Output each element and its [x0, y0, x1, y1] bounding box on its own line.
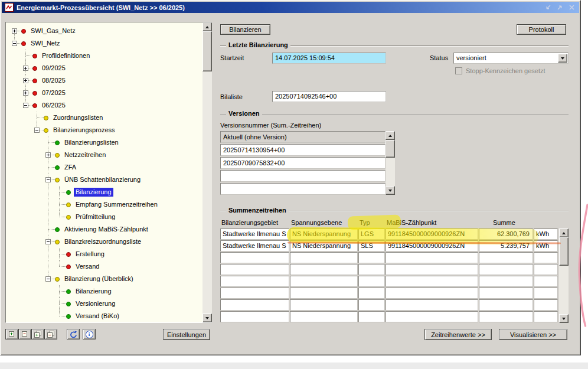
cell-bilanzierungsgebiet[interactable]: [220, 276, 289, 287]
expand-plus-icon[interactable]: [23, 66, 28, 71]
version-list-item[interactable]: 20250714130954+00: [220, 144, 386, 156]
cell-mabis-zaehlpunkt[interactable]: [386, 311, 478, 322]
cell-typ[interactable]: LGS: [358, 228, 385, 240]
cell-bilanzierungsgebiet[interactable]: [220, 299, 289, 311]
cell-spannungsebene[interactable]: NS Niederspannung: [290, 240, 358, 252]
tree-item-label[interactable]: SWI_Netz: [29, 39, 62, 48]
tree-item-aktivierung-mabis-zählpunkt[interactable]: Aktivierung MaBiS-Zählpunkt: [6, 223, 201, 236]
expand-plus-icon[interactable]: [23, 78, 28, 83]
tree-item-label[interactable]: 08/2025: [40, 76, 67, 85]
cell-bilanzierungsgebiet[interactable]: [220, 311, 289, 322]
cell-mabis-zaehlpunkt[interactable]: [386, 252, 478, 263]
visualisieren-button[interactable]: Visualisieren >>: [499, 329, 567, 340]
collapse-minus-icon[interactable]: [12, 41, 17, 46]
cell-spannungsebene[interactable]: NS Niederspannung: [290, 228, 358, 240]
tree-item-label[interactable]: Bilanzkreiszuordnungsliste: [63, 237, 143, 246]
tree-item-07-2025[interactable]: 07/2025: [6, 87, 201, 99]
tree-item-08-2025[interactable]: 08/2025: [6, 74, 201, 87]
einstellungen-button[interactable]: Einstellungen: [163, 329, 210, 340]
refresh-button[interactable]: [67, 329, 80, 339]
startzeit-field[interactable]: 14.07.2025 15:09:54: [272, 53, 386, 64]
info-button[interactable]: i: [83, 329, 96, 339]
tree-item-bilanzkreiszuordnungsliste[interactable]: Bilanzkreiszuordnungsliste: [6, 236, 201, 248]
cell-spannungsebene[interactable]: [290, 252, 358, 263]
cell-spannungsebene[interactable]: [290, 264, 358, 275]
expand-plus-icon[interactable]: [23, 90, 28, 96]
tree-item-label[interactable]: Bilanzierung: [74, 188, 113, 197]
tree-item-label[interactable]: 06/2025: [40, 101, 67, 110]
cell-bilanzierungsgebiet[interactable]: [220, 264, 289, 275]
cell-einheit[interactable]: [534, 252, 558, 263]
maximize-window-icon[interactable]: [556, 4, 563, 11]
tree-item-06-2025[interactable]: 06/2025: [6, 99, 201, 112]
zeitreihenwerte-button[interactable]: Zeitreihenwerte >>: [424, 329, 492, 340]
cell-bilanzierungsgebiet[interactable]: [220, 288, 289, 299]
tree-item-label[interactable]: ZFA: [63, 163, 78, 172]
tree-item-prüfmitteilung[interactable]: Prüfmitteilung: [6, 211, 201, 223]
versions-scrollbar[interactable]: [386, 131, 395, 195]
tree-item-label[interactable]: Bilanzierungsprozess: [51, 126, 117, 135]
tree-item-label[interactable]: Erstellung: [74, 250, 106, 259]
protokoll-button[interactable]: Protokoll: [517, 24, 566, 35]
restore-window-icon[interactable]: [544, 4, 551, 11]
cell-typ[interactable]: [358, 276, 385, 287]
scroll-up-icon[interactable]: [559, 228, 569, 237]
scroll-down-icon[interactable]: [386, 186, 395, 195]
expand-node-button[interactable]: [5, 329, 18, 339]
scroll-up-icon[interactable]: [202, 22, 212, 31]
cell-summe[interactable]: 62.300,769: [479, 228, 533, 240]
tree-item-bilanzierungsprozess[interactable]: Bilanzierungsprozess: [6, 124, 201, 136]
scroll-up-icon[interactable]: [386, 131, 395, 140]
tree-item-label[interactable]: Bilanzierung (Überblick): [63, 275, 135, 283]
tree-scrollbar-thumb[interactable]: [202, 31, 212, 71]
tree-item-label[interactable]: Netzzeitreihen: [63, 151, 107, 159]
cell-typ[interactable]: [358, 311, 385, 322]
cell-summe[interactable]: [479, 311, 533, 322]
cell-einheit[interactable]: [534, 288, 558, 299]
tree-item-zuordnungslisten[interactable]: Zuordnungslisten: [6, 112, 201, 124]
tree-item-label[interactable]: Aktivierung MaBiS-Zählpunkt: [63, 225, 150, 234]
tree-item-label[interactable]: Profildefinitionen: [40, 51, 92, 60]
collapse-minus-icon[interactable]: [34, 128, 40, 133]
cell-bilanzierungsgebiet[interactable]: Stadtwerke Ilmenau S: [220, 228, 289, 240]
cell-mabis-zaehlpunkt[interactable]: [386, 288, 478, 299]
tree-item-bilanzierung-überblick-[interactable]: Bilanzierung (Überblick): [6, 273, 201, 285]
tree-item-netzzeitreihen[interactable]: Netzzeitreihen: [6, 149, 201, 161]
tree-item-bilanzierung[interactable]: Bilanzierung: [6, 285, 201, 298]
tree-item-label[interactable]: Empfang Summenzeitreihen: [74, 200, 159, 209]
cell-summe[interactable]: [479, 252, 533, 263]
cell-bilanzierungsgebiet[interactable]: [220, 252, 289, 263]
cell-mabis-zaehlpunkt[interactable]: 9911845000009000926ZN: [386, 240, 478, 252]
cell-bilanzierungsgebiet[interactable]: Stadtwerke Ilmenau S: [220, 240, 289, 252]
cell-spannungsebene[interactable]: [290, 288, 358, 299]
tree-item-erstellung[interactable]: Erstellung: [6, 248, 201, 260]
versions-scrollbar-thumb[interactable]: [386, 140, 395, 158]
close-window-icon[interactable]: [568, 4, 575, 11]
titlebar[interactable]: Energiemarkt-Prozessübersicht (SWI_Netz …: [2, 2, 579, 13]
cell-typ[interactable]: [358, 299, 385, 311]
expand-all-button[interactable]: [31, 329, 44, 339]
cell-einheit[interactable]: kWh: [534, 240, 558, 252]
version-list-item[interactable]: [220, 170, 386, 182]
tree-item-ünb-schattenbilanzierung[interactable]: ÜNB Schattenbilanzierung: [6, 174, 201, 186]
tree-item-versand[interactable]: Versand: [6, 260, 201, 273]
tree-item-09-2025[interactable]: 09/2025: [6, 62, 201, 74]
cell-summe[interactable]: [479, 276, 533, 287]
cell-typ[interactable]: [358, 252, 385, 263]
tree-item-label[interactable]: 09/2025: [40, 64, 67, 73]
table-scrollbar-thumb[interactable]: [559, 237, 569, 266]
cell-typ[interactable]: [358, 264, 385, 275]
tree-item-label[interactable]: ÜNB Schattenbilanzierung: [63, 175, 142, 184]
cell-einheit[interactable]: [534, 299, 558, 311]
cell-einheit[interactable]: [534, 311, 558, 322]
tree-scrollbar[interactable]: [202, 22, 212, 322]
tree-item-swi-netz[interactable]: SWI_Netz: [6, 37, 201, 50]
cell-mabis-zaehlpunkt[interactable]: 9911845000009000926ZN: [386, 228, 478, 240]
collapse-minus-icon[interactable]: [45, 177, 51, 182]
tree-item-label[interactable]: Bilanzierungslisten: [63, 138, 120, 147]
cell-summe[interactable]: [479, 299, 533, 311]
tree-item-label[interactable]: Versand (BiKo): [74, 312, 121, 321]
cell-spannungsebene[interactable]: [290, 311, 358, 322]
cell-einheit[interactable]: [534, 276, 558, 287]
tree-item-swi-gas-netz[interactable]: SWI_Gas_Netz: [6, 25, 201, 37]
